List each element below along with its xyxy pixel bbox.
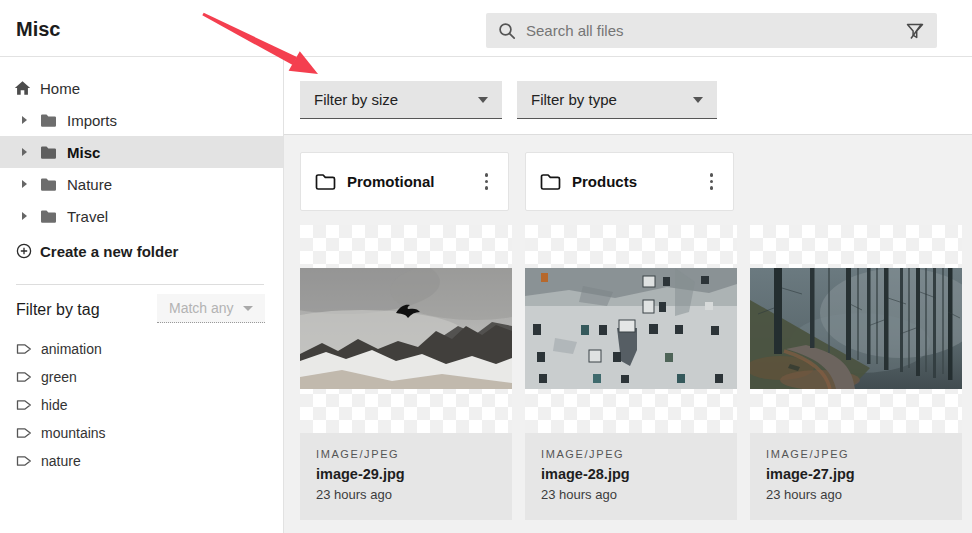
search-bar[interactable] [486, 13, 937, 48]
chevron-right-icon[interactable] [22, 148, 27, 156]
chevron-down-icon [693, 97, 703, 103]
tag-icon [16, 454, 32, 468]
tag-icon [16, 370, 32, 384]
chevron-right-icon[interactable] [22, 180, 27, 188]
tag-label: animation [41, 341, 102, 357]
folder-card-products[interactable]: Products [525, 152, 734, 211]
file-name: image-27.jpg [766, 466, 946, 482]
folder-icon [315, 173, 336, 191]
file-meta: IMAGE/JPEG image-29.jpg 23 hours ago [300, 433, 512, 520]
sidebar-item-label: Home [40, 80, 80, 97]
file-meta: IMAGE/JPEG image-28.jpg 23 hours ago [525, 433, 737, 520]
chevron-down-icon [478, 97, 488, 103]
tag-item-hide[interactable]: hide [16, 391, 266, 419]
thumbnail-image [525, 268, 737, 389]
plus-circle-icon [16, 243, 32, 259]
tag-icon [16, 398, 32, 412]
kebab-menu-icon[interactable] [704, 169, 720, 194]
sidebar-item-label: Imports [67, 112, 117, 129]
chevron-down-icon [243, 306, 253, 311]
sidebar-item-nature[interactable]: Nature [0, 168, 283, 200]
file-type: IMAGE/JPEG [766, 448, 946, 460]
sidebar-divider [16, 284, 264, 285]
filter-by-size-dropdown[interactable]: Filter by size [300, 81, 502, 119]
tag-label: green [41, 369, 77, 385]
folder-icon [40, 177, 57, 192]
sidebar-item-travel[interactable]: Travel [0, 200, 283, 232]
tag-item-animation[interactable]: animation [16, 335, 266, 363]
sidebar-item-label: Nature [67, 176, 112, 193]
filter-by-size-label: Filter by size [314, 91, 398, 108]
thumbnail-transparency-checkerboard [300, 225, 512, 433]
kebab-menu-icon[interactable] [479, 169, 495, 194]
file-type: IMAGE/JPEG [316, 448, 496, 460]
chevron-right-icon[interactable] [22, 212, 27, 220]
tag-icon [16, 426, 32, 440]
tag-label: nature [41, 453, 81, 469]
file-modified: 23 hours ago [541, 487, 721, 502]
file-modified: 23 hours ago [766, 487, 946, 502]
thumbnail-transparency-checkerboard [525, 225, 737, 433]
tag-label: hide [41, 397, 67, 413]
filter-by-type-dropdown[interactable]: Filter by type [517, 81, 717, 119]
thumbnail-transparency-checkerboard [750, 225, 962, 433]
file-name: image-28.jpg [541, 466, 721, 482]
folder-icon [40, 113, 57, 128]
tag-item-green[interactable]: green [16, 363, 266, 391]
page-title: Misc [16, 18, 60, 41]
app-header: Misc [0, 0, 972, 57]
file-name: image-29.jpg [316, 466, 496, 482]
folder-icon [540, 173, 561, 191]
folder-name: Promotional [347, 173, 435, 190]
sidebar-item-label: Travel [67, 208, 108, 225]
create-folder-button[interactable]: Create a new folder [0, 235, 283, 267]
folder-name: Products [572, 173, 637, 190]
search-icon [498, 22, 516, 40]
folder-icon [40, 209, 57, 224]
folder-card-promotional[interactable]: Promotional [300, 152, 509, 211]
sidebar-item-misc[interactable]: Misc [0, 136, 283, 168]
sidebar-item-home[interactable]: Home [0, 72, 283, 104]
file-modified: 23 hours ago [316, 487, 496, 502]
sidebar: Home Imports Misc Nature Travel Create a [0, 58, 284, 533]
tag-icon [16, 342, 32, 356]
file-meta: IMAGE/JPEG image-27.jpg 23 hours ago [750, 433, 962, 520]
filter-by-type-label: Filter by type [531, 91, 617, 108]
create-folder-label: Create a new folder [40, 243, 178, 260]
filter-by-tag-heading: Filter by tag [16, 301, 100, 319]
thumbnail-image [300, 268, 512, 389]
tag-label: mountains [41, 425, 106, 441]
chevron-right-icon[interactable] [22, 116, 27, 124]
match-selector-value: Match any [169, 300, 234, 316]
home-icon [14, 80, 31, 97]
file-card-image-28[interactable]: IMAGE/JPEG image-28.jpg 23 hours ago [525, 225, 737, 520]
sidebar-item-label: Misc [67, 144, 100, 161]
sidebar-item-imports[interactable]: Imports [0, 104, 283, 136]
file-card-image-27[interactable]: IMAGE/JPEG image-27.jpg 23 hours ago [750, 225, 962, 520]
tag-item-nature[interactable]: nature [16, 447, 266, 475]
search-input[interactable] [526, 22, 905, 39]
main-area: Filter by size Filter by type Promotiona… [284, 58, 972, 533]
filter-off-icon[interactable] [905, 21, 925, 41]
folder-icon [40, 145, 57, 160]
file-card-image-29[interactable]: IMAGE/JPEG image-29.jpg 23 hours ago [300, 225, 512, 520]
content-panel: Promotional Products [284, 135, 972, 533]
thumbnail-image [750, 268, 962, 389]
match-selector-dropdown[interactable]: Match any [157, 294, 265, 323]
file-type: IMAGE/JPEG [541, 448, 721, 460]
tag-item-mountains[interactable]: mountains [16, 419, 266, 447]
